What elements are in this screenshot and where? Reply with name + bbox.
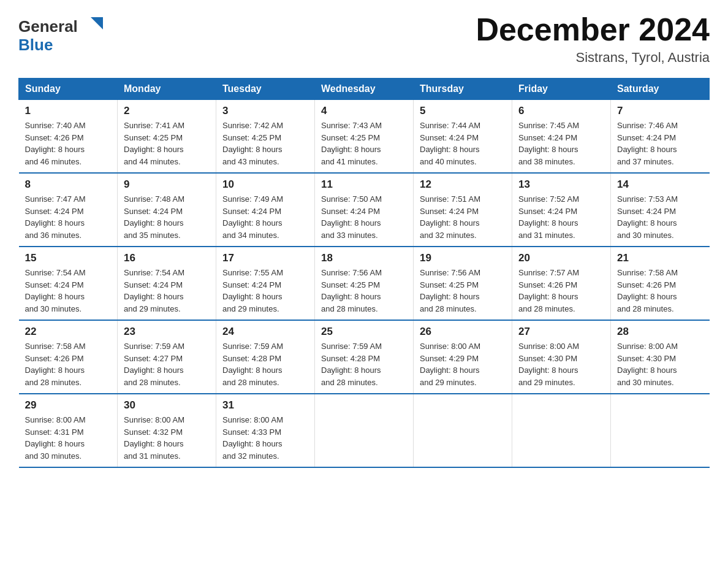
day-number: 10 [222, 178, 308, 191]
day-info: Sunrise: 7:56 AMSunset: 4:25 PMDaylight:… [321, 267, 407, 315]
day-info: Sunrise: 7:41 AMSunset: 4:25 PMDaylight:… [124, 120, 210, 167]
day-number: 31 [222, 399, 308, 412]
day-number: 6 [518, 105, 604, 117]
calendar-cell: 2Sunrise: 7:41 AMSunset: 4:25 PMDaylight… [118, 100, 216, 174]
calendar-cell [611, 394, 710, 467]
day-info: Sunrise: 8:00 AMSunset: 4:33 PMDaylight:… [222, 414, 308, 462]
day-info: Sunrise: 7:47 AMSunset: 4:24 PMDaylight:… [25, 193, 112, 241]
day-info: Sunrise: 7:49 AMSunset: 4:24 PMDaylight:… [222, 193, 308, 241]
header-day-wednesday: Wednesday [315, 79, 414, 100]
calendar-cell: 18Sunrise: 7:56 AMSunset: 4:25 PMDayligh… [315, 247, 414, 320]
day-number: 24 [222, 326, 308, 338]
day-info: Sunrise: 7:54 AMSunset: 4:24 PMDaylight:… [25, 267, 112, 315]
calendar-cell: 14Sunrise: 7:53 AMSunset: 4:24 PMDayligh… [611, 173, 710, 247]
calendar-cell: 19Sunrise: 7:56 AMSunset: 4:25 PMDayligh… [414, 247, 512, 320]
day-number: 11 [321, 178, 407, 191]
calendar-cell: 26Sunrise: 8:00 AMSunset: 4:29 PMDayligh… [414, 320, 512, 394]
calendar-cell: 27Sunrise: 8:00 AMSunset: 4:30 PMDayligh… [512, 320, 611, 394]
day-number: 23 [124, 326, 210, 338]
calendar-cell: 13Sunrise: 7:52 AMSunset: 4:24 PMDayligh… [512, 173, 611, 247]
week-row-1: 1Sunrise: 7:40 AMSunset: 4:26 PMDaylight… [19, 100, 710, 174]
day-info: Sunrise: 7:46 AMSunset: 4:24 PMDaylight:… [617, 120, 703, 167]
day-info: Sunrise: 7:59 AMSunset: 4:27 PMDaylight:… [124, 340, 210, 388]
svg-text:General: General [18, 17, 78, 36]
calendar-cell: 11Sunrise: 7:50 AMSunset: 4:24 PMDayligh… [315, 173, 414, 247]
header-day-monday: Monday [118, 79, 216, 100]
day-number: 19 [420, 252, 506, 264]
month-year-title: December 2024 [476, 12, 710, 47]
day-number: 3 [222, 105, 308, 117]
day-info: Sunrise: 7:56 AMSunset: 4:25 PMDaylight:… [420, 267, 506, 315]
calendar-cell [512, 394, 611, 467]
day-info: Sunrise: 7:51 AMSunset: 4:24 PMDaylight:… [420, 193, 506, 241]
day-info: Sunrise: 8:00 AMSunset: 4:30 PMDaylight:… [518, 340, 604, 388]
header-day-thursday: Thursday [414, 79, 512, 100]
calendar-cell: 9Sunrise: 7:48 AMSunset: 4:24 PMDaylight… [118, 173, 216, 247]
calendar-cell [315, 394, 414, 467]
calendar-cell: 30Sunrise: 8:00 AMSunset: 4:32 PMDayligh… [118, 394, 216, 467]
day-number: 28 [617, 326, 703, 338]
week-row-5: 29Sunrise: 8:00 AMSunset: 4:31 PMDayligh… [19, 394, 710, 467]
day-number: 13 [518, 178, 604, 191]
day-info: Sunrise: 7:57 AMSunset: 4:26 PMDaylight:… [518, 267, 604, 315]
calendar-cell: 4Sunrise: 7:43 AMSunset: 4:25 PMDaylight… [315, 100, 414, 174]
day-info: Sunrise: 7:58 AMSunset: 4:26 PMDaylight:… [25, 340, 112, 388]
calendar-cell: 10Sunrise: 7:49 AMSunset: 4:24 PMDayligh… [216, 173, 315, 247]
header-day-sunday: Sunday [19, 79, 118, 100]
header-day-friday: Friday [512, 79, 611, 100]
day-number: 1 [25, 105, 112, 117]
day-info: Sunrise: 8:00 AMSunset: 4:29 PMDaylight:… [420, 340, 506, 388]
day-number: 18 [321, 252, 407, 264]
day-number: 9 [124, 178, 210, 191]
header-row: SundayMondayTuesdayWednesdayThursdayFrid… [19, 79, 710, 100]
day-number: 25 [321, 326, 407, 338]
day-info: Sunrise: 7:44 AMSunset: 4:24 PMDaylight:… [420, 120, 506, 167]
calendar-cell: 15Sunrise: 7:54 AMSunset: 4:24 PMDayligh… [19, 247, 118, 320]
calendar-cell: 16Sunrise: 7:54 AMSunset: 4:24 PMDayligh… [118, 247, 216, 320]
header-day-saturday: Saturday [611, 79, 710, 100]
day-number: 22 [25, 326, 112, 338]
day-number: 29 [25, 399, 112, 412]
calendar-cell: 25Sunrise: 7:59 AMSunset: 4:28 PMDayligh… [315, 320, 414, 394]
day-number: 30 [124, 399, 210, 412]
calendar-cell [414, 394, 512, 467]
day-info: Sunrise: 7:53 AMSunset: 4:24 PMDaylight:… [617, 193, 703, 241]
day-info: Sunrise: 8:00 AMSunset: 4:32 PMDaylight:… [124, 414, 210, 462]
day-number: 2 [124, 105, 210, 117]
week-row-3: 15Sunrise: 7:54 AMSunset: 4:24 PMDayligh… [19, 247, 710, 320]
week-row-4: 22Sunrise: 7:58 AMSunset: 4:26 PMDayligh… [19, 320, 710, 394]
location-subtitle: Sistrans, Tyrol, Austria [476, 50, 710, 66]
day-number: 17 [222, 252, 308, 264]
calendar-cell: 5Sunrise: 7:44 AMSunset: 4:24 PMDaylight… [414, 100, 512, 174]
calendar-cell: 3Sunrise: 7:42 AMSunset: 4:25 PMDaylight… [216, 100, 315, 174]
calendar-cell: 1Sunrise: 7:40 AMSunset: 4:26 PMDaylight… [19, 100, 118, 174]
page-header: General Blue December 2024 Sistrans, Tyr… [18, 12, 710, 66]
day-info: Sunrise: 7:55 AMSunset: 4:24 PMDaylight:… [222, 267, 308, 315]
calendar-cell: 29Sunrise: 8:00 AMSunset: 4:31 PMDayligh… [19, 394, 118, 467]
svg-text:Blue: Blue [18, 36, 53, 54]
calendar-cell: 7Sunrise: 7:46 AMSunset: 4:24 PMDaylight… [611, 100, 710, 174]
calendar-cell: 31Sunrise: 8:00 AMSunset: 4:33 PMDayligh… [216, 394, 315, 467]
day-number: 12 [420, 178, 506, 191]
day-number: 8 [25, 178, 112, 191]
day-number: 27 [518, 326, 604, 338]
day-number: 7 [617, 105, 703, 117]
logo-svg: General Blue [18, 12, 104, 56]
calendar-cell: 8Sunrise: 7:47 AMSunset: 4:24 PMDaylight… [19, 173, 118, 247]
day-info: Sunrise: 8:00 AMSunset: 4:31 PMDaylight:… [25, 414, 112, 462]
day-info: Sunrise: 7:59 AMSunset: 4:28 PMDaylight:… [222, 340, 308, 388]
calendar-cell: 24Sunrise: 7:59 AMSunset: 4:28 PMDayligh… [216, 320, 315, 394]
day-number: 14 [617, 178, 703, 191]
week-row-2: 8Sunrise: 7:47 AMSunset: 4:24 PMDaylight… [19, 173, 710, 247]
calendar-cell: 20Sunrise: 7:57 AMSunset: 4:26 PMDayligh… [512, 247, 611, 320]
day-info: Sunrise: 7:54 AMSunset: 4:24 PMDaylight:… [124, 267, 210, 315]
calendar-header: SundayMondayTuesdayWednesdayThursdayFrid… [19, 79, 710, 100]
day-number: 20 [518, 252, 604, 264]
calendar-cell: 17Sunrise: 7:55 AMSunset: 4:24 PMDayligh… [216, 247, 315, 320]
svg-marker-1 [91, 17, 103, 29]
title-block: December 2024 Sistrans, Tyrol, Austria [476, 12, 710, 66]
day-number: 4 [321, 105, 407, 117]
day-number: 5 [420, 105, 506, 117]
logo: General Blue [18, 12, 104, 56]
day-number: 15 [25, 252, 112, 264]
